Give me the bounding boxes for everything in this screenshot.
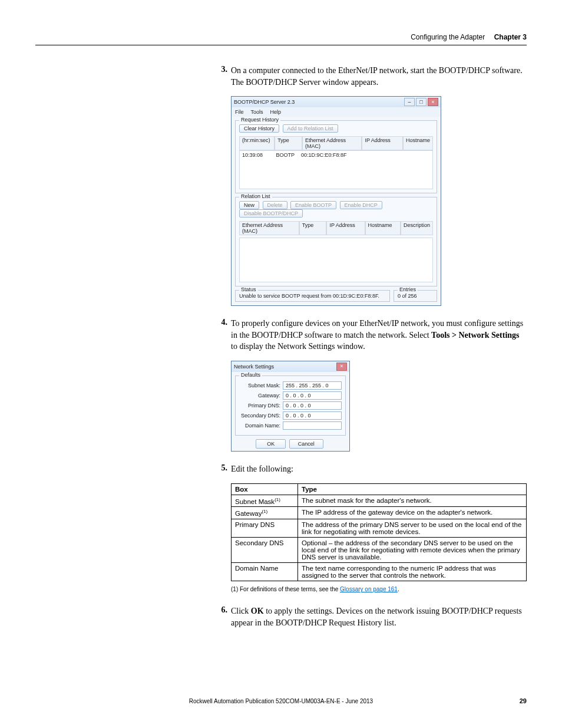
relation-list-title: Relation List [239, 193, 272, 199]
footnote-prefix: (1) For definitions of these terms, see … [231, 586, 340, 592]
table-row: Gateway(1)The IP address of the gateway … [232, 507, 527, 519]
cell-box: Domain Name [232, 563, 298, 581]
table-row: Subnet Mask(1)The subnet mask for the ad… [232, 495, 527, 507]
rcol-host: Hostname [365, 221, 401, 235]
step-5-text: Edit the following: [231, 463, 527, 475]
clear-history-button[interactable]: Clear History [239, 124, 279, 133]
step-6-num: 6. [213, 605, 231, 628]
table-row: Secondary DNSOptional – the address of t… [232, 538, 527, 563]
status-label: Status [239, 286, 258, 292]
enable-bootp-button[interactable]: Enable BOOTP [290, 201, 336, 209]
relation-list-area[interactable] [239, 238, 433, 282]
primary-dns-label: Primary DNS: [239, 403, 283, 409]
glossary-link[interactable]: Glossary on page 161 [340, 586, 398, 592]
settings-table: Box Type Subnet Mask(1)The subnet mask f… [231, 483, 527, 582]
bootp-window-figure: BOOTP/DHCP Server 2.3 – □ × File Tools H… [231, 96, 527, 306]
th-box: Box [232, 483, 298, 495]
request-history-columns: (hr:min:sec) Type Ethernet Address (MAC)… [239, 136, 433, 150]
header-title: Configuring the Adapter [411, 33, 485, 41]
domain-name-label: Domain Name: [239, 423, 283, 429]
header-chapter: Chapter 3 [494, 33, 527, 41]
step-3-num: 3. [213, 65, 231, 88]
th-type: Type [298, 483, 527, 495]
subnet-label: Subnet Mask: [239, 383, 283, 388]
maximize-button[interactable]: □ [416, 98, 427, 106]
cell-type: The address of the primary DNS server to… [298, 519, 527, 538]
step-6-bold: OK [251, 607, 264, 615]
network-settings-figure: Network Settings × Defaults Subnet Mask:… [231, 361, 527, 452]
bootp-menubar: File Tools Help [232, 107, 441, 117]
rcol-type: Type [299, 221, 327, 235]
step-5: 5. Edit the following: [213, 463, 527, 475]
ns-defaults-group: Defaults Subnet Mask:255 . 255 . 255 . 0… [235, 375, 346, 436]
status-text: Unable to service BOOTP request from 00:… [239, 293, 379, 299]
cell-type: The subnet mask for the adapter's networ… [298, 495, 527, 507]
add-relation-button[interactable]: Add to Relation List [283, 124, 338, 133]
step-5-num: 5. [213, 463, 231, 475]
col-type: Type [275, 136, 302, 150]
step-3: 3. On a computer connected to the EtherN… [213, 65, 527, 88]
ok-button[interactable]: OK [256, 439, 286, 449]
request-history-list[interactable]: 10:39:08 BOOTP 00:1D:9C:E0:F8:8F [239, 150, 433, 189]
cell-box: Primary DNS [232, 519, 298, 538]
gateway-input[interactable]: 0 . 0 . 0 . 0 [283, 391, 342, 400]
cell-box: Subnet Mask(1) [232, 495, 298, 507]
page-header: Configuring the Adapter Chapter 3 [411, 33, 527, 41]
footer-publication: Rockwell Automation Publication 520COM-U… [0, 698, 562, 704]
delete-button[interactable]: Delete [263, 201, 287, 209]
menu-file[interactable]: File [235, 109, 244, 115]
secondary-dns-input[interactable]: 0 . 0 . 0 . 0 [283, 411, 342, 420]
enable-dhcp-button[interactable]: Enable DHCP [340, 201, 382, 209]
rcol-desc: Description [401, 221, 433, 235]
request-history-title: Request History [239, 117, 280, 123]
step-4-text-b: to display the Network Settings window. [231, 342, 365, 351]
ns-close-button[interactable]: × [336, 363, 347, 371]
step-3-text: On a computer connected to the EtherNet/… [231, 65, 527, 88]
gateway-label: Gateway: [239, 393, 283, 398]
relation-list-group: Relation List New Delete Enable BOOTP En… [235, 197, 437, 286]
cell-box: Gateway(1) [232, 507, 298, 519]
table-row: Primary DNSThe address of the primary DN… [232, 519, 527, 538]
cell-type: Optional – the address of the secondary … [298, 538, 527, 563]
close-button[interactable]: × [428, 98, 438, 106]
status-box: Status Unable to service BOOTP request f… [235, 290, 390, 302]
secondary-dns-label: Secondary DNS: [239, 413, 283, 419]
col-hostname: Hostname [403, 136, 433, 150]
menu-tools[interactable]: Tools [251, 109, 263, 115]
page-number: 29 [520, 697, 527, 704]
minimize-button[interactable]: – [404, 98, 415, 106]
cancel-button[interactable]: Cancel [289, 439, 323, 449]
step-6-text-b: to apply the settings. Devices on the ne… [231, 607, 522, 627]
relation-list-columns: Ethernet Address (MAC) Type IP Address H… [239, 221, 433, 235]
cell-box: Secondary DNS [232, 538, 298, 563]
menu-help[interactable]: Help [270, 109, 282, 115]
request-history-group: Request History Clear History Add to Rel… [235, 120, 437, 193]
ns-defaults-title: Defaults [239, 372, 262, 378]
subnet-input[interactable]: 255 . 255 . 255 . 0 [283, 381, 342, 390]
domain-name-input[interactable] [283, 421, 342, 430]
row-time: 10:39:08 [242, 152, 275, 158]
bootp-title: BOOTP/DHCP Server 2.3 [234, 99, 295, 105]
row-mac: 00:1D:9C:E0:F8:8F [301, 152, 360, 158]
new-button[interactable]: New [239, 201, 259, 209]
table-footnote: (1) For definitions of these terms, see … [231, 586, 527, 592]
primary-dns-input[interactable]: 0 . 0 . 0 . 0 [283, 401, 342, 410]
ns-title: Network Settings [234, 364, 274, 370]
footnote-suffix: . [398, 586, 399, 592]
ns-titlebar: Network Settings × [232, 361, 349, 372]
entries-box: Entries 0 of 256 [394, 290, 437, 302]
step-4: 4. To properly configure devices on your… [213, 318, 527, 353]
bootp-titlebar: BOOTP/DHCP Server 2.3 – □ × [232, 97, 441, 107]
step-4-bold: Tools > Network Settings [431, 331, 519, 340]
col-mac: Ethernet Address (MAC) [302, 136, 362, 150]
cell-type: The IP address of the gateway device on … [298, 507, 527, 519]
table-row: Domain NameThe text name corresponding t… [232, 563, 527, 581]
step-6: 6. Click OK to apply the settings. Devic… [213, 605, 527, 628]
disable-bootp-dhcp-button[interactable]: Disable BOOTP/DHCP [239, 209, 303, 218]
step-6-text-a: Click [231, 607, 251, 615]
entries-label: Entries [398, 286, 418, 292]
col-ip: IP Address [362, 136, 402, 150]
step-4-text: To properly configure devices on your Et… [231, 318, 527, 353]
entries-text: 0 of 256 [398, 293, 417, 299]
col-time: (hr:min:sec) [239, 136, 275, 150]
